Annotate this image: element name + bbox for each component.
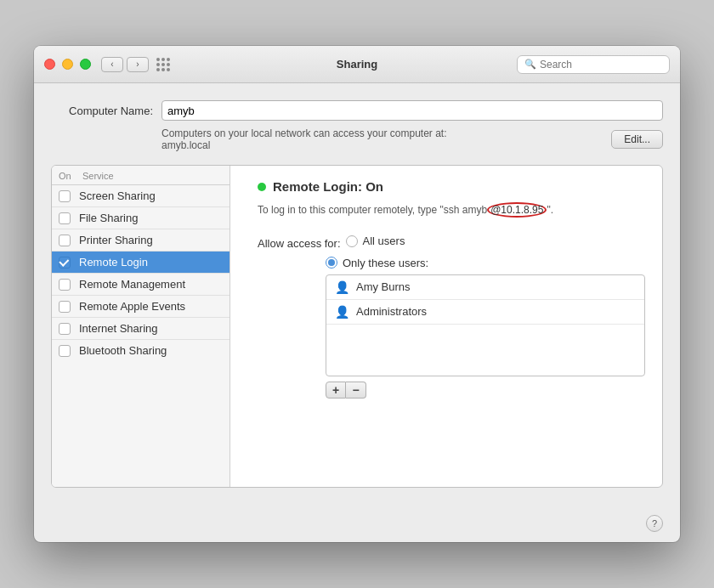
service-item-printer-sharing[interactable]: Printer Sharing — [52, 229, 230, 252]
grid-icon — [156, 58, 170, 71]
remove-user-button[interactable]: − — [346, 382, 366, 399]
status-dot-green — [258, 183, 266, 191]
user-icon-amy: 👤 — [335, 280, 349, 294]
checkbox-remote-login[interactable] — [59, 257, 71, 269]
search-icon: 🔍 — [524, 59, 536, 70]
radio-only-users-label: Only these users: — [343, 257, 428, 269]
search-box[interactable]: 🔍 — [517, 55, 670, 74]
local-access-line2: amyb.local — [162, 139, 446, 151]
users-list-empty-area — [326, 325, 644, 376]
radio-all-users-label: All users — [363, 235, 405, 247]
service-item-remote-login[interactable]: Remote Login — [52, 252, 230, 274]
service-label-remote-login: Remote Login — [79, 256, 148, 269]
checkbox-internet-sharing[interactable] — [59, 323, 71, 335]
computer-name-row: Computer Name: — [51, 100, 663, 121]
local-access-text: Computers on your local network can acce… — [162, 127, 446, 151]
allow-access-row: Allow access for: All users — [258, 235, 645, 250]
grid-view-button[interactable] — [152, 54, 174, 76]
users-list: 👤 Amy Burns 👤 Administrators — [326, 274, 645, 376]
minimize-button[interactable] — [62, 59, 73, 70]
maximize-button[interactable] — [80, 59, 91, 70]
service-label-file-sharing: File Sharing — [79, 212, 138, 224]
computer-name-input[interactable] — [162, 100, 663, 121]
titlebar: ‹ › Sharing 🔍 — [34, 46, 680, 83]
edit-button[interactable]: Edit... — [611, 130, 663, 149]
local-access-line1: Computers on your local network can acce… — [162, 127, 446, 139]
radio-all-users-btn[interactable] — [346, 235, 358, 247]
checkbox-remote-management[interactable] — [59, 279, 71, 291]
allow-access-label: Allow access for: — [258, 237, 341, 250]
service-item-internet-sharing[interactable]: Internet Sharing — [52, 318, 230, 340]
service-label-remote-apple-events: Remote Apple Events — [79, 300, 185, 313]
back-button[interactable]: ‹ — [101, 57, 123, 72]
window-title: Sharing — [337, 58, 377, 71]
service-item-remote-management[interactable]: Remote Management — [52, 274, 230, 296]
service-item-bluetooth-sharing[interactable]: Bluetooth Sharing — [52, 340, 230, 361]
user-item-admins[interactable]: 👤 Administrators — [326, 300, 644, 325]
status-title: Remote Login: On — [273, 179, 383, 194]
checkbox-screen-sharing[interactable] — [59, 190, 71, 202]
preferences-window: ‹ › Sharing 🔍 Computer Name: Computers o… — [34, 46, 680, 542]
service-item-screen-sharing[interactable]: Screen Sharing — [52, 185, 230, 207]
radio-only-users-btn[interactable] — [326, 257, 337, 269]
radio-all-users: All users — [346, 235, 405, 247]
detail-panel: Remote Login: On To log in to this compu… — [241, 166, 662, 487]
nav-buttons: ‹ › — [101, 57, 149, 72]
radio-only-row: Only these users: — [258, 257, 645, 269]
main-panel: On Service Screen Sharing File Sharing P… — [51, 165, 663, 488]
checkbox-file-sharing[interactable] — [59, 212, 71, 224]
footer: ? — [34, 505, 680, 542]
local-access-row: Computers on your local network can acce… — [51, 127, 663, 151]
traffic-lights — [44, 59, 91, 70]
col-service-header: Service — [82, 171, 223, 181]
col-on-header: On — [59, 171, 82, 181]
add-user-button[interactable]: + — [326, 382, 346, 399]
forward-button[interactable]: › — [127, 57, 149, 72]
service-label-internet-sharing: Internet Sharing — [79, 322, 158, 335]
service-label-bluetooth-sharing: Bluetooth Sharing — [79, 344, 167, 357]
content-area: Computer Name: Computers on your local n… — [34, 83, 680, 505]
list-controls: + − — [326, 382, 645, 399]
checkbox-printer-sharing[interactable] — [59, 235, 71, 246]
user-name-admins: Administrators — [356, 305, 427, 318]
ssh-instruction: To log in to this computer remotely, typ… — [258, 202, 645, 218]
computer-name-label: Computer Name: — [51, 105, 153, 117]
checkbox-remote-apple-events[interactable] — [59, 301, 71, 313]
search-input[interactable] — [540, 59, 662, 71]
service-list-header: On Service — [52, 166, 230, 185]
remote-login-status: Remote Login: On — [258, 179, 645, 194]
service-label-screen-sharing: Screen Sharing — [79, 189, 156, 202]
service-label-remote-management: Remote Management — [79, 278, 185, 291]
service-list: On Service Screen Sharing File Sharing P… — [52, 166, 230, 487]
user-icon-admins: 👤 — [335, 305, 349, 319]
ssh-address: @10.1.8.95 — [487, 202, 547, 218]
service-item-remote-apple-events[interactable]: Remote Apple Events — [52, 296, 230, 318]
user-name-amy: Amy Burns — [356, 280, 411, 293]
help-button[interactable]: ? — [646, 515, 663, 532]
checkbox-bluetooth-sharing[interactable] — [59, 345, 71, 357]
close-button[interactable] — [44, 59, 55, 70]
user-item-amy[interactable]: 👤 Amy Burns — [326, 275, 644, 300]
service-label-printer-sharing: Printer Sharing — [79, 234, 153, 246]
service-item-file-sharing[interactable]: File Sharing — [52, 207, 230, 229]
